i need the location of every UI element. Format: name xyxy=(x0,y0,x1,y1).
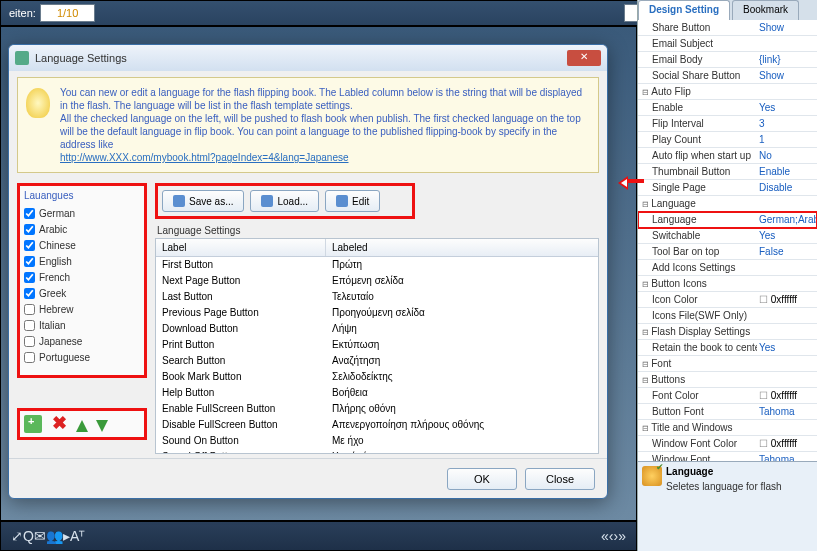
language-checkbox[interactable] xyxy=(24,272,35,283)
toolbar-icon[interactable]: ✉ xyxy=(34,528,46,544)
property-row[interactable]: LanguageGerman;Arabic… xyxy=(638,212,817,228)
property-value[interactable]: Yes xyxy=(757,228,817,243)
move-up-button[interactable] xyxy=(76,420,88,432)
table-row[interactable]: Disable FullScreen ButtonΑπενεργοποίηση … xyxy=(156,417,598,433)
property-value[interactable]: False xyxy=(757,244,817,259)
language-checkbox[interactable] xyxy=(24,208,35,219)
property-row[interactable]: Single PageDisable xyxy=(638,180,817,196)
table-row[interactable]: Previous Page ButtonΠροηγούμενη σελίδα xyxy=(156,305,598,321)
property-value[interactable]: Disable xyxy=(757,180,817,195)
property-category[interactable]: Flash Display Settings xyxy=(638,324,817,340)
property-row[interactable]: Window Font Color0xffffff xyxy=(638,436,817,452)
property-category[interactable]: Title and Windows xyxy=(638,420,817,436)
property-row[interactable]: Thumbnail ButtonEnable xyxy=(638,164,817,180)
move-down-button[interactable] xyxy=(96,420,108,432)
property-value[interactable]: 0xffffff xyxy=(757,388,817,403)
language-item[interactable]: Hebrew xyxy=(24,301,140,317)
table-row[interactable]: Search ButtonΑναζήτηση xyxy=(156,353,598,369)
property-row[interactable]: Tool Bar on topFalse xyxy=(638,244,817,260)
property-category[interactable]: Button Icons xyxy=(638,276,817,292)
property-row[interactable]: Play Count1 xyxy=(638,132,817,148)
table-row[interactable]: Sound On ButtonΜε ήχο xyxy=(156,433,598,449)
language-item[interactable]: French xyxy=(24,269,140,285)
language-item[interactable]: German xyxy=(24,205,140,221)
toolbar-icon[interactable]: Q xyxy=(23,528,34,544)
edit-button[interactable]: Edit xyxy=(325,190,380,212)
save-as-button[interactable]: Save as... xyxy=(162,190,244,212)
table-row[interactable]: Help ButtonΒοήθεια xyxy=(156,385,598,401)
language-checkbox[interactable] xyxy=(24,320,35,331)
property-row[interactable]: Share ButtonShow xyxy=(638,20,817,36)
property-row[interactable]: Social Share ButtonShow xyxy=(638,68,817,84)
property-category[interactable]: Language xyxy=(638,196,817,212)
property-row[interactable]: Auto flip when start upNo xyxy=(638,148,817,164)
toolbar-icon[interactable]: Aᵀ xyxy=(70,528,84,544)
property-category[interactable]: Auto Flip xyxy=(638,84,817,100)
tab-bookmark[interactable]: Bookmark xyxy=(732,0,799,20)
table-row[interactable]: Book Mark ButtonΣελιδοδείκτης xyxy=(156,369,598,385)
property-value[interactable]: 0xffffff xyxy=(757,436,817,451)
language-checkbox[interactable] xyxy=(24,224,35,235)
property-value[interactable]: {link} xyxy=(757,52,817,67)
property-category[interactable]: Font xyxy=(638,356,817,372)
load-button[interactable]: Load... xyxy=(250,190,319,212)
table-row[interactable]: Sound Off ButtonΧωρίς ήχο xyxy=(156,449,598,454)
property-value[interactable]: 3 xyxy=(757,116,817,131)
table-row[interactable]: Last ButtonΤελευταίο xyxy=(156,289,598,305)
close-button[interactable]: Close xyxy=(525,468,595,490)
table-row[interactable]: Enable FullScreen ButtonΠλήρης οθόνη xyxy=(156,401,598,417)
ok-button[interactable]: OK xyxy=(447,468,517,490)
property-value[interactable]: Yes xyxy=(757,100,817,115)
property-row[interactable]: Add Icons Settings xyxy=(638,260,817,276)
property-value[interactable]: Tahoma xyxy=(757,404,817,419)
property-row[interactable]: SwitchableYes xyxy=(638,228,817,244)
property-row[interactable]: Font Color0xffffff xyxy=(638,388,817,404)
property-row[interactable]: Flip Interval3 xyxy=(638,116,817,132)
property-value[interactable] xyxy=(757,308,817,323)
property-row[interactable]: Email Body{link} xyxy=(638,52,817,68)
language-item[interactable]: Greek xyxy=(24,285,140,301)
property-value[interactable]: No xyxy=(757,148,817,163)
add-language-button[interactable] xyxy=(24,415,42,433)
labels-table[interactable]: Label Labeled First ButtonΠρώτηNext Page… xyxy=(155,238,599,454)
table-row[interactable]: Download ButtonΛήψη xyxy=(156,321,598,337)
property-row[interactable]: Icons File(SWF Only) xyxy=(638,308,817,324)
language-checkbox[interactable] xyxy=(24,256,35,267)
language-item[interactable]: Arabic xyxy=(24,221,140,237)
property-value[interactable]: 0xffffff xyxy=(757,292,817,307)
notice-url[interactable]: http://www.XXX.com/mybook.html?pageIndex… xyxy=(60,152,349,163)
property-value[interactable]: Show xyxy=(757,20,817,35)
language-checkbox[interactable] xyxy=(24,336,35,347)
remove-language-button[interactable]: ✖ xyxy=(50,415,68,433)
table-row[interactable]: Print ButtonΕκτύπωση xyxy=(156,337,598,353)
toolbar-icon[interactable]: ▸ xyxy=(63,528,70,544)
language-item[interactable]: Japanese xyxy=(24,333,140,349)
property-row[interactable]: EnableYes xyxy=(638,100,817,116)
dialog-titlebar[interactable]: Language Settings ✕ xyxy=(9,45,607,71)
nav-button[interactable]: » xyxy=(618,528,626,544)
language-checkbox[interactable] xyxy=(24,240,35,251)
language-checkbox[interactable] xyxy=(24,352,35,363)
property-category[interactable]: Buttons xyxy=(638,372,817,388)
language-item[interactable]: Chinese xyxy=(24,237,140,253)
property-value[interactable]: German;Arabic… xyxy=(757,212,817,227)
language-item[interactable]: English xyxy=(24,253,140,269)
property-value[interactable] xyxy=(757,260,817,275)
property-value[interactable] xyxy=(757,36,817,51)
toolbar-icon[interactable]: ⤢ xyxy=(11,528,23,544)
tab-design-setting[interactable]: Design Setting xyxy=(638,0,730,20)
property-row[interactable]: Retain the book to centerYes xyxy=(638,340,817,356)
property-row[interactable]: Icon Color0xffffff xyxy=(638,292,817,308)
property-value[interactable]: Tahoma xyxy=(757,452,817,461)
property-value[interactable]: Enable xyxy=(757,164,817,179)
language-item[interactable]: Italian xyxy=(24,317,140,333)
property-value[interactable]: Show xyxy=(757,68,817,83)
property-row[interactable]: Email Subject xyxy=(638,36,817,52)
dialog-close-button[interactable]: ✕ xyxy=(567,50,601,66)
nav-button[interactable]: « xyxy=(601,528,609,544)
property-row[interactable]: Button FontTahoma xyxy=(638,404,817,420)
language-checkbox[interactable] xyxy=(24,288,35,299)
table-row[interactable]: First ButtonΠρώτη xyxy=(156,257,598,273)
page-counter[interactable]: 1/10 xyxy=(40,4,95,22)
table-row[interactable]: Next Page ButtonΕπόμενη σελίδα xyxy=(156,273,598,289)
